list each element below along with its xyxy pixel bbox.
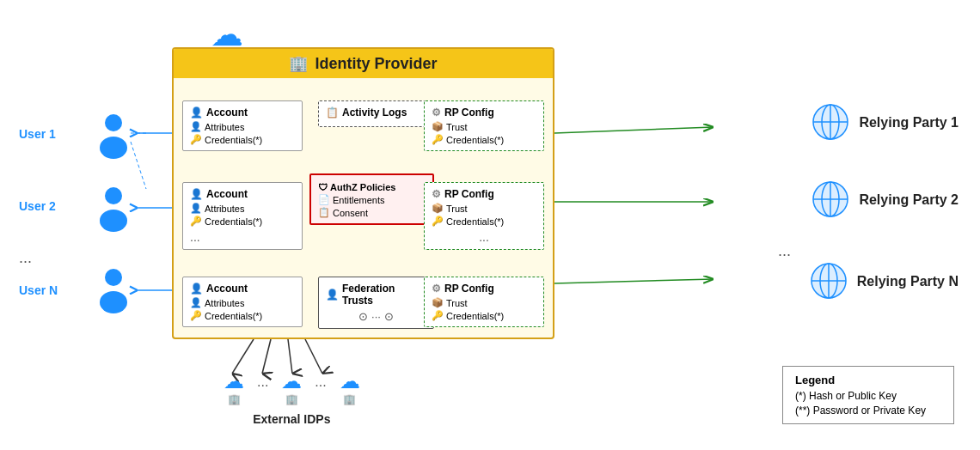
attr-label-3: Attributes	[205, 298, 244, 308]
activity-logs-panel: 📋 Activity Logs	[318, 100, 430, 127]
diagram: ☁ 🏢 Identity Provider 👤 Account 👤 Attrib…	[0, 0, 980, 450]
idp-cloud-icon: ☁	[211, 15, 243, 53]
rp-trust-label-3: Trust	[446, 298, 468, 308]
ext-idp-2: ☁ 🏢	[281, 369, 302, 405]
svg-line-8	[288, 339, 292, 374]
consent-label: Consent	[333, 208, 368, 218]
svg-point-14	[105, 187, 122, 204]
ext-idps-label: External IDPs	[253, 412, 330, 426]
attr-label-2: Attributes	[205, 204, 244, 214]
activity-icon: 📋	[326, 106, 339, 119]
idp-header: 🏢 Identity Provider	[174, 49, 553, 78]
users-dots: ...	[19, 249, 32, 267]
rp-dots: ...	[778, 242, 808, 260]
ext-dots-label-2: ...	[315, 374, 326, 390]
rp-n-section: Relying Party N	[810, 262, 959, 301]
idp-box: 🏢 Identity Provider 👤 Account 👤 Attribut…	[172, 47, 554, 339]
svg-point-12	[105, 114, 122, 131]
user-n-figure	[95, 266, 133, 313]
attr-label-1: Attributes	[205, 122, 244, 132]
rp-config-panel-2: ⚙ RP Config 📦 Trust 🔑 Credentials(*) ...	[424, 182, 544, 250]
ext-idp-3: ☁ 🏢	[340, 369, 360, 405]
rp-1-label: Relying Party 1	[859, 115, 959, 131]
consent-icon: 📋	[318, 207, 330, 218]
user-panel-1: 👤 Account 👤 Attributes 🔑 Credentials(*)	[182, 100, 303, 151]
rp-panel-dots: ...	[432, 230, 536, 244]
rp-gear-icon-2: ⚙	[432, 188, 441, 200]
user-panel-2: 👤 Account 👤 Attributes 🔑 Credentials(*) …	[182, 182, 303, 250]
user-2-figure	[95, 185, 133, 232]
rp-n-label: Relying Party N	[857, 274, 959, 289]
legend-item-2: (**) Password or Private Key	[795, 404, 941, 417]
user-panel-3: 👤 Account 👤 Attributes 🔑 Credentials(*)	[182, 277, 303, 327]
ext-dots-label: ...	[257, 374, 268, 390]
cred-icon-1: 🔑	[190, 134, 202, 145]
user-1-figure	[95, 112, 133, 159]
ext-building-2: 🏢	[285, 393, 298, 405]
rp-gear-icon-1: ⚙	[432, 106, 441, 119]
user-2-label: User 2	[19, 199, 56, 213]
svg-line-7	[262, 339, 271, 374]
legend-item-1: (*) Hash or Public Key	[795, 390, 941, 402]
rp-config-label-2: RP Config	[444, 188, 494, 200]
account-icon-2: 👤	[190, 188, 203, 200]
cred-label-2: Credentials(*)	[205, 216, 262, 227]
account-label-1: Account	[206, 106, 248, 119]
user-1-label: User 1	[19, 127, 56, 141]
svg-point-15	[100, 210, 127, 232]
rp-trust-label-1: Trust	[446, 122, 468, 132]
rp-cred-icon-3: 🔑	[432, 310, 444, 321]
ext-cloud-3: ☁	[340, 369, 360, 393]
rp-2-label: Relying Party 2	[859, 192, 959, 208]
rp-gear-icon-3: ⚙	[432, 283, 441, 295]
authz-panel: 🛡 AuthZ Policies 📄 Entitlements 📋 Consen…	[309, 173, 434, 225]
ext-cloud-2: ☁	[281, 369, 302, 393]
rp-1-section: Relying Party 1	[812, 103, 959, 142]
cred-icon-3: 🔑	[190, 310, 202, 321]
ext-building-3: 🏢	[343, 393, 356, 405]
account-icon-3: 👤	[190, 283, 203, 295]
svg-line-9	[305, 339, 322, 374]
ext-idp-1: ☁ 🏢	[224, 369, 244, 405]
rp-trust-label-2: Trust	[446, 204, 468, 214]
fed-dots: ⊙ ··· ⊙	[326, 310, 426, 323]
rp-trust-icon-3: 📦	[432, 297, 444, 308]
rp-cred-icon-2: 🔑	[432, 216, 444, 227]
ext-building-1: 🏢	[228, 393, 241, 405]
rp-cred-icon-1: 🔑	[432, 134, 444, 145]
fed-icon: 👤	[326, 289, 339, 301]
cred-icon-2: 🔑	[190, 216, 202, 227]
legend-box: Legend (*) Hash or Public Key (**) Passw…	[782, 366, 954, 424]
rp-cred-label-2: Credentials(*)	[446, 216, 504, 227]
attr-icon-2: 👤	[190, 203, 202, 214]
activity-label: Activity Logs	[342, 106, 407, 119]
account-icon-1: 👤	[190, 106, 203, 119]
idp-title: Identity Provider	[315, 55, 437, 73]
rp-1-globe-icon	[812, 103, 850, 142]
rp-trust-icon-2: 📦	[432, 203, 444, 214]
rp-config-label-3: RP Config	[444, 283, 494, 295]
rp-trust-icon-1: 📦	[432, 121, 444, 132]
federation-panel: 👤 Federation Trusts ⊙ ··· ⊙	[318, 277, 434, 329]
rp-n-globe-icon	[810, 262, 848, 301]
authz-icon: 🛡	[318, 182, 328, 192]
idp-building-icon: 🏢	[289, 54, 308, 73]
account-label-3: Account	[206, 283, 248, 295]
user-n-label: User N	[19, 283, 58, 297]
entitle-label: Entitlements	[333, 195, 385, 205]
svg-point-17	[100, 291, 127, 313]
rp-cred-label-3: Credentials(*)	[446, 311, 504, 321]
rp-cred-label-1: Credentials(*)	[446, 135, 504, 145]
svg-line-6	[232, 339, 254, 374]
cred-label-3: Credentials(*)	[205, 311, 262, 321]
svg-line-5	[554, 279, 714, 283]
rp-2-globe-icon	[812, 180, 850, 219]
external-idps-section: ☁ 🏢 ... ☁ 🏢 ... ☁ 🏢 External IDPs	[224, 369, 360, 426]
fed-label: Federation Trusts	[342, 283, 426, 307]
attr-icon-1: 👤	[190, 121, 202, 132]
svg-line-3	[554, 127, 714, 133]
authz-label: AuthZ Policies	[330, 182, 395, 192]
rp-config-panel-1: ⚙ RP Config 📦 Trust 🔑 Credentials(*)	[424, 100, 544, 151]
account-label-2: Account	[206, 188, 248, 200]
entitle-icon: 📄	[318, 194, 330, 205]
